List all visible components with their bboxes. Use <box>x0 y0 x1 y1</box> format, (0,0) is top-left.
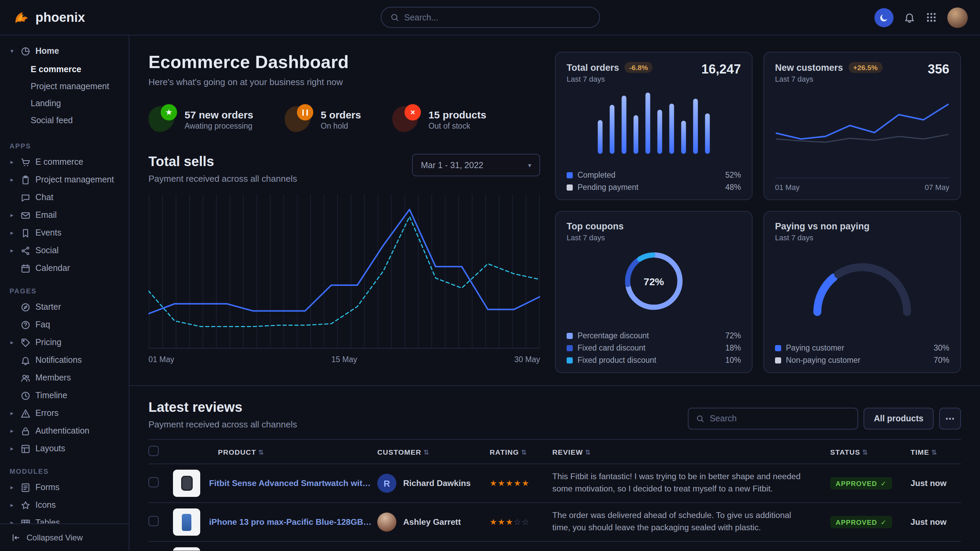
total-sells-title: Total sells <box>148 154 297 170</box>
card-paying-vs-nonpaying: Paying vs non paying Last 7 days Paying … <box>764 211 961 373</box>
sidebar-item-timeline[interactable]: Timeline <box>0 387 129 404</box>
sidebar-item-project-management[interactable]: ▸Project management <box>0 171 129 189</box>
warning-icon <box>21 408 31 418</box>
rating-stars: ★★★★★ <box>490 478 530 488</box>
lock-icon <box>21 426 31 436</box>
sidebar-item-authentication[interactable]: ▸Authentication <box>0 422 129 440</box>
table-icon <box>21 518 31 524</box>
column-header-rating[interactable]: RATING⇅ <box>490 439 552 464</box>
product-link[interactable]: iPhone 13 pro max-Pacific Blue-128GB sto… <box>209 517 372 527</box>
grid-icon <box>926 11 937 23</box>
x-tick: 07 May <box>925 183 949 191</box>
chevron-right-icon: ▸ <box>8 410 16 416</box>
sidebar-item-project-management-dashboard[interactable]: Project management <box>0 78 129 95</box>
reviews-search-input[interactable] <box>710 414 850 423</box>
sidebar-item-notifications[interactable]: Notifications <box>0 351 129 369</box>
star-icon <box>21 500 31 510</box>
product-thumbnail <box>173 547 200 551</box>
new-orders-blob: ★ <box>148 106 174 132</box>
sort-icon: ⇅ <box>258 448 264 456</box>
reviews-subtitle: Payment received across all channels <box>148 419 297 429</box>
star-icon: ★ <box>498 517 506 527</box>
card-top-coupons: Top coupons Last 7 days 72% Percentage d… <box>555 211 752 373</box>
question-icon <box>21 319 31 330</box>
apps-grid-button[interactable] <box>926 11 937 23</box>
column-header-review[interactable]: REVIEW⇅ <box>552 439 830 464</box>
sidebar-item-members[interactable]: Members <box>0 369 129 387</box>
sidebar-item-layouts[interactable]: ▸Layouts <box>0 440 129 457</box>
select-all-checkbox[interactable] <box>148 446 159 456</box>
x-tick: 01 May <box>775 183 800 191</box>
change-badge: +26.5% <box>849 62 883 73</box>
page-title: Ecommerce Dashboard <box>148 52 540 73</box>
moon-icon <box>879 13 889 22</box>
reviews-title: Latest reviews <box>148 400 297 415</box>
chevron-right-icon: ▸ <box>8 229 16 236</box>
notifications-button[interactable] <box>904 11 915 23</box>
status-badge: APPROVED✓ <box>830 516 892 528</box>
collapsed-view-toggle[interactable]: Collapsed View <box>0 524 129 551</box>
sort-icon: ⇅ <box>931 448 937 456</box>
layout-icon <box>21 443 31 454</box>
sidebar-item-chat[interactable]: Chat <box>0 189 129 206</box>
reviews-table: PRODUCT⇅ CUSTOMER⇅ RATING⇅ REVIEW⇅ STATU… <box>148 439 961 551</box>
search-input[interactable] <box>404 13 590 22</box>
review-text: This Fitbit is fantastic! I was trying t… <box>552 472 825 495</box>
sidebar-item-landing[interactable]: Landing <box>0 95 129 112</box>
on-hold-blob <box>285 106 310 132</box>
chevron-right-icon: ▸ <box>8 212 16 219</box>
column-header-customer[interactable]: CUSTOMER⇅ <box>377 439 490 464</box>
sidebar-item-pricing[interactable]: ▸Pricing <box>0 333 129 351</box>
row-checkbox[interactable] <box>148 477 159 487</box>
sidebar-item-icons[interactable]: ▸Icons <box>0 496 129 514</box>
bookmark-icon <box>21 228 31 238</box>
sidebar-item-tables[interactable]: ▸Tables <box>0 514 129 524</box>
sidebar-item-email[interactable]: ▸Email <box>0 206 129 224</box>
app-root: phoenix ▾ Home E commerce Project manage… <box>0 0 980 551</box>
customer-avatar <box>377 513 396 532</box>
star-icon: ★ <box>498 478 506 488</box>
chat-icon <box>21 192 31 203</box>
review-text: The order was delivered ahead of schedul… <box>552 510 825 534</box>
sidebar-item-ecommerce[interactable]: ▸E commerce <box>0 153 129 171</box>
select-all-header <box>148 439 173 464</box>
sidebar-item-starter[interactable]: Starter <box>0 298 129 316</box>
total-sells-subtitle: Payment received across all channels <box>148 173 297 184</box>
column-header-product[interactable]: PRODUCT⇅ <box>173 439 377 464</box>
table-row-partial <box>148 541 961 551</box>
x-icon: × <box>404 104 421 121</box>
cart-icon <box>21 157 31 167</box>
main-content: Ecommerce Dashboard Here's what's going … <box>129 35 980 551</box>
all-products-button[interactable]: All products <box>864 408 934 429</box>
bell-icon <box>21 355 31 365</box>
product-thumbnail <box>173 508 200 536</box>
theme-toggle-button[interactable] <box>875 8 894 27</box>
reviews-search[interactable] <box>688 408 858 429</box>
new-customers-value: 356 <box>928 62 949 77</box>
paying-gauge-chart <box>804 251 920 318</box>
sidebar-item-calendar[interactable]: Calendar <box>0 259 129 277</box>
chevron-down-icon: ▾ <box>528 162 531 168</box>
sidebar-item-forms[interactable]: ▸Forms <box>0 478 129 496</box>
check-icon: ✓ <box>881 480 887 487</box>
sidebar-item-home[interactable]: ▾ Home <box>0 42 129 60</box>
column-header-time[interactable]: TIME⇅ <box>910 439 961 464</box>
sidebar-item-errors[interactable]: ▸Errors <box>0 404 129 422</box>
rating-stars: ★★★☆☆ <box>490 517 530 527</box>
chevron-right-icon: ▸ <box>8 247 16 254</box>
global-search[interactable] <box>380 7 600 28</box>
sidebar-item-social-feed[interactable]: Social feed <box>0 112 129 129</box>
sidebar-item-social[interactable]: ▸Social <box>0 241 129 259</box>
more-options-button[interactable]: ⋯ <box>939 408 961 429</box>
sidebar-item-events[interactable]: ▸Events <box>0 224 129 241</box>
row-checkbox[interactable] <box>148 516 159 526</box>
date-range-select[interactable]: Mar 1 - 31, 2022 ▾ <box>412 154 540 176</box>
brand[interactable]: phoenix <box>12 8 85 26</box>
sidebar-item-faq[interactable]: Faq <box>0 316 129 333</box>
star-icon: ★ <box>490 478 498 488</box>
column-header-status[interactable]: STATUS⇅ <box>830 439 910 464</box>
user-avatar[interactable] <box>947 7 968 27</box>
customer-name: Richard Dawkins <box>403 478 471 488</box>
product-link[interactable]: Fitbit Sense Advanced Smartwatch with To… <box>209 478 372 488</box>
sidebar-item-ecommerce-dashboard[interactable]: E commerce <box>0 61 129 78</box>
